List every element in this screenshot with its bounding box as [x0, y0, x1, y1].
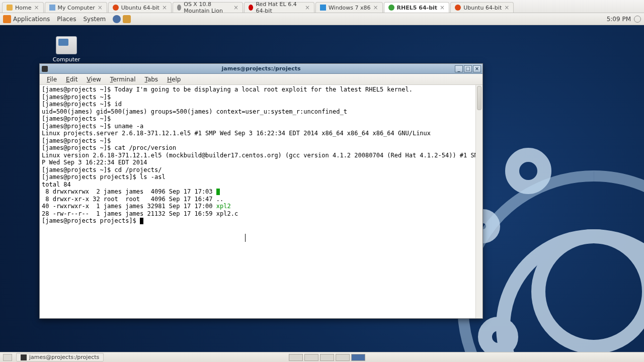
distributor-logo-icon	[3, 15, 11, 23]
ubuntu-icon	[113, 5, 119, 11]
desktop-icon-computer[interactable]: Computer	[50, 36, 83, 63]
ubuntu-icon	[455, 5, 461, 11]
host-tab-home[interactable]: Home ×	[2, 2, 44, 13]
host-tab-label: RHEL5 64-bit	[397, 5, 437, 11]
term-line: uid=500(james) gid=500(james) groups=500…	[42, 108, 347, 115]
term-line: [james@projects ~]$	[42, 115, 111, 122]
term-line: [james@projects ~]$ id	[42, 101, 122, 108]
host-tab-mycomputer[interactable]: My Computer ×	[45, 2, 107, 13]
close-icon[interactable]: ×	[440, 5, 445, 11]
workspace-4[interactable]	[336, 354, 350, 361]
menu-places[interactable]: Places	[57, 16, 76, 23]
term-line: Linux projects.server 2.6.18-371.12.1.el…	[42, 130, 431, 137]
terminal-scrollbar[interactable]	[475, 85, 482, 318]
term-line: 8 drwxr-xr-x 32 root root 4096 Sep 17 16…	[42, 196, 223, 203]
terminal-app-icon	[42, 66, 48, 72]
menu-tabs[interactable]: Tabs	[141, 75, 163, 84]
workspace-5[interactable]	[351, 354, 365, 361]
redhat-icon	[388, 5, 394, 11]
window-title: james@projects:/projects	[222, 65, 301, 72]
show-desktop-button[interactable]	[3, 354, 12, 361]
terminal-menubar: File Edit View Terminal Tabs Help	[40, 74, 482, 85]
home-icon	[7, 5, 13, 11]
host-tab-label: Home	[15, 5, 31, 11]
close-button[interactable]: ×	[473, 65, 481, 72]
term-line: 28 -rw-r--r-- 1 james james 21132 Sep 17…	[42, 210, 238, 217]
close-icon[interactable]: ×	[34, 5, 39, 11]
term-line: [james@projects ~]$ cat /proc/version	[42, 144, 176, 151]
mouse-text-cursor	[245, 234, 246, 242]
menu-view[interactable]: View	[83, 75, 105, 84]
email-launcher-icon[interactable]	[123, 15, 131, 23]
term-line: Linux version 2.6.18-371.12.1.el5 (mockb…	[42, 152, 478, 166]
close-icon[interactable]: ×	[233, 5, 238, 11]
terminal-app-icon	[21, 354, 27, 360]
browser-launcher-icon[interactable]	[113, 15, 121, 23]
host-tab-strip: Home × My Computer × Ubuntu 64-bit × OS …	[0, 0, 644, 13]
window-titlebar[interactable]: james@projects:/projects _ □ ×	[40, 64, 482, 74]
scrollbar-thumb[interactable]	[477, 86, 481, 110]
term-prompt: [james@projects projects]$	[42, 217, 140, 224]
workspace-switcher	[289, 354, 365, 361]
redhat-icon	[249, 5, 253, 11]
gnome-top-panel: Applications Places System 5:09 PM	[0, 13, 644, 25]
menu-help[interactable]: Help	[163, 75, 185, 84]
menu-applications[interactable]: Applications	[13, 16, 50, 23]
host-tab-label: Red Hat EL 6.4 64-bit	[256, 1, 302, 14]
taskbar-item-label: james@projects:/projects	[29, 354, 99, 360]
host-tab-label: OS X 10.8 Mountain Lion	[184, 1, 231, 14]
svg-point-0	[538, 236, 644, 347]
menu-terminal[interactable]: Terminal	[106, 75, 140, 84]
dir-dot-highlight	[216, 189, 220, 195]
computer-icon	[56, 36, 77, 54]
apple-icon	[177, 5, 181, 11]
host-tab-osx[interactable]: OS X 10.8 Mountain Lion ×	[173, 2, 243, 13]
desktop[interactable]: Computer james@projects:/projects _ □ × …	[0, 25, 644, 352]
close-icon[interactable]: ×	[305, 5, 310, 11]
host-tab-ubuntu1[interactable]: Ubuntu 64-bit ×	[108, 2, 172, 13]
terminal-body[interactable]: [james@projects ~]$ Today I'm going to b…	[40, 85, 482, 318]
workspace-3[interactable]	[320, 354, 334, 361]
gnome-bottom-panel: james@projects:/projects	[0, 352, 644, 362]
term-line: [james@projects ~]$	[42, 137, 111, 144]
clock[interactable]: 5:09 PM	[607, 16, 631, 23]
host-tab-label: Ubuntu 64-bit	[463, 5, 502, 11]
computer-icon	[49, 5, 55, 11]
workspace-2[interactable]	[304, 354, 318, 361]
terminal-cursor	[140, 218, 143, 224]
svg-point-1	[512, 155, 544, 187]
menu-file[interactable]: File	[43, 75, 61, 84]
close-icon[interactable]: ×	[504, 5, 509, 11]
close-icon[interactable]: ×	[98, 5, 103, 11]
svg-point-4	[485, 324, 511, 350]
term-line: [james@projects ~]$ Today I'm going to b…	[42, 86, 413, 93]
host-tab-label: Ubuntu 64-bit	[121, 5, 159, 11]
term-line: 8 drwxrwxrwx 2 james james 4096 Sep 17 1…	[42, 188, 216, 195]
host-tab-rhel5[interactable]: RHEL5 64-bit ×	[384, 2, 450, 13]
maximize-button[interactable]: □	[464, 65, 472, 72]
volume-icon[interactable]	[634, 16, 641, 23]
host-tab-win7[interactable]: Windows 7 x86 ×	[315, 2, 383, 13]
host-tab-label: Windows 7 x86	[329, 5, 371, 11]
close-icon[interactable]: ×	[373, 5, 378, 11]
taskbar-item-terminal[interactable]: james@projects:/projects	[16, 353, 104, 361]
term-line: total 84	[42, 181, 71, 188]
term-line: [james@projects ~]$	[42, 94, 111, 101]
minimize-button[interactable]: _	[455, 65, 463, 72]
term-line: 40 -rwxrwxr-x 1 james james 32981 Sep 17…	[42, 203, 216, 210]
term-line: [james@projects ~]$ cd /projects/	[42, 166, 162, 173]
menu-system[interactable]: System	[83, 16, 106, 23]
menu-edit[interactable]: Edit	[62, 75, 82, 84]
term-line: [james@projects projects]$ ls -asl	[42, 173, 166, 180]
executable-name: xpl2	[216, 203, 231, 210]
desktop-icon-label: Computer	[50, 56, 83, 63]
host-tab-label: My Computer	[58, 5, 95, 11]
host-tab-ubuntu2[interactable]: Ubuntu 64-bit ×	[450, 2, 514, 13]
close-icon[interactable]: ×	[162, 5, 167, 11]
host-tab-rhel6[interactable]: Red Hat EL 6.4 64-bit ×	[244, 2, 314, 13]
workspace-1[interactable]	[289, 354, 303, 361]
term-line: [james@projects ~]$ uname -a	[42, 123, 143, 130]
terminal-window: james@projects:/projects _ □ × File Edit…	[39, 63, 483, 319]
windows-icon	[320, 5, 326, 11]
